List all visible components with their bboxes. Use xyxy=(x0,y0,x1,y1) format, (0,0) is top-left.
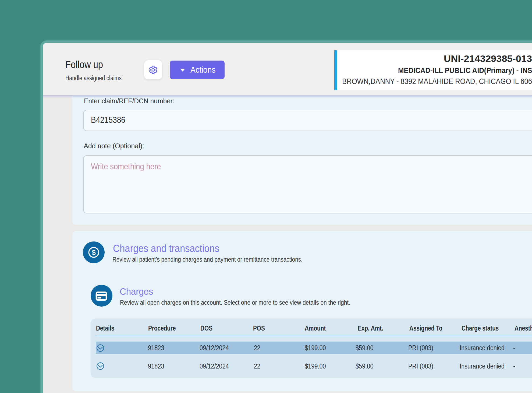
svg-text:$: $ xyxy=(92,249,95,256)
